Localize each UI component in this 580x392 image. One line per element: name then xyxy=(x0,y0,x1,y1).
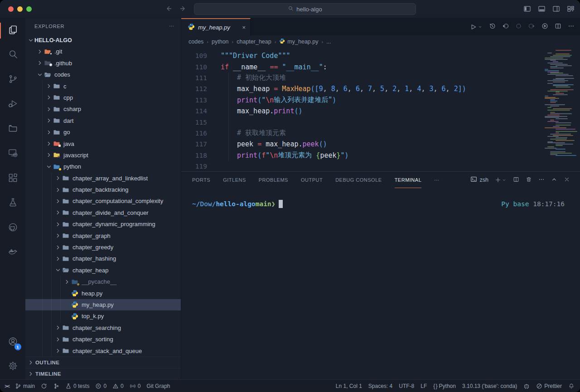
activity-remote-explorer[interactable] xyxy=(0,142,25,167)
split-terminal-button[interactable] xyxy=(513,176,519,184)
tree-item-chapter_dynamic_programming[interactable]: chapter_dynamic_programming xyxy=(25,218,181,230)
kill-terminal-button[interactable] xyxy=(526,176,532,184)
circle-dim-icon[interactable] xyxy=(515,23,522,31)
tab-my-heap[interactable]: my_heap.py × xyxy=(181,18,251,35)
status-item-copilot[interactable] xyxy=(523,383,530,389)
tree-item-__pycache__[interactable]: __pycache__ xyxy=(25,276,181,287)
status-item-branch[interactable]: main xyxy=(15,383,35,389)
maximize-panel-button[interactable] xyxy=(551,176,557,184)
status-item-feed[interactable]: 0 xyxy=(130,383,141,389)
new-terminal-button[interactable] xyxy=(495,177,507,183)
status-item-git-graph[interactable]: Git Graph xyxy=(146,383,170,389)
panel-tab-ports[interactable]: PORTS xyxy=(192,172,210,188)
breadcrumb-item[interactable]: my_heap.py xyxy=(279,38,318,45)
panel-more-actions-button[interactable] xyxy=(538,176,545,184)
zoom-window-button[interactable] xyxy=(26,6,32,12)
explorer-more-actions-button[interactable]: ⋯ xyxy=(169,23,174,29)
tree-item-chapter_computational_complexity[interactable]: chapter_computational_complexity xyxy=(25,195,181,207)
activity-settings[interactable] xyxy=(0,355,25,380)
close-tab-icon[interactable]: × xyxy=(242,24,246,31)
status-item-indentation[interactable]: Spaces: 4 xyxy=(368,383,392,389)
terminal[interactable]: ~/Dow/hello-algo main ❯Py base 18:17:16 xyxy=(181,188,580,379)
close-panel-button[interactable] xyxy=(564,176,570,184)
layout-sidebar-left-icon[interactable] xyxy=(523,5,531,15)
panel-tab-problems[interactable]: PROBLEMS xyxy=(259,172,288,188)
layout-panel-icon[interactable] xyxy=(538,5,546,15)
panel-tab-terminal[interactable]: TERMINAL xyxy=(395,172,422,188)
tree-item-chapter_heap[interactable]: chapter_heap xyxy=(25,265,181,276)
breadcrumb-item[interactable]: codes xyxy=(188,39,203,45)
tree-item-csharp[interactable]: csharp xyxy=(25,103,181,115)
tree-item-heap.py[interactable]: heap.py xyxy=(25,287,181,299)
breadcrumb-item[interactable]: chapter_heap xyxy=(237,39,271,45)
panel-more-tabs-button[interactable]: ⋯ xyxy=(434,177,440,183)
tree-item-python[interactable]: python xyxy=(25,161,181,172)
sidebar-section-timeline[interactable]: TIMELINE xyxy=(25,368,181,379)
ellipsis-icon[interactable] xyxy=(568,23,575,31)
breadcrumb-item[interactable]: python xyxy=(212,39,229,45)
activity-github[interactable] xyxy=(0,216,25,241)
status-item-python-interpreter[interactable]: 3.10.13 ('base': conda) xyxy=(462,383,517,389)
tree-item-javascript[interactable]: JSjavascript xyxy=(25,150,181,161)
tree-item-java[interactable]: java xyxy=(25,138,181,149)
activity-project-manager[interactable] xyxy=(0,117,25,142)
panel-tab-gitlens[interactable]: GITLENS xyxy=(223,172,246,188)
tree-item-my_heap.py[interactable]: my_heap.py xyxy=(25,299,181,310)
run-python-file-button[interactable] xyxy=(470,24,483,30)
status-item-cursor-position[interactable]: Ln 1, Col 1 xyxy=(336,383,362,389)
status-item-sync[interactable] xyxy=(41,383,47,389)
minimize-window-button[interactable] xyxy=(17,6,23,12)
tree-item-go[interactable]: go xyxy=(25,126,181,138)
activity-accounts[interactable]: 1 xyxy=(0,330,25,355)
terminal-instance[interactable]: zsh xyxy=(470,176,488,184)
activity-extensions[interactable] xyxy=(0,166,25,191)
tree-item-codes[interactable]: codes xyxy=(25,69,181,80)
status-item-eol[interactable]: LF xyxy=(420,383,427,389)
status-item-notifications[interactable] xyxy=(568,383,575,389)
tree-item-.github[interactable]: .github xyxy=(25,58,181,69)
circle-right-icon[interactable] xyxy=(528,23,535,31)
activity-search[interactable] xyxy=(0,43,25,68)
tree-item-HELLO-ALGO[interactable]: HELLO-ALGO xyxy=(25,34,181,46)
back-icon[interactable] xyxy=(165,5,172,14)
tree-item-chapter_stack_and_queue[interactable]: chapter_stack_and_queue xyxy=(25,345,181,356)
activity-testing[interactable] xyxy=(0,191,25,216)
status-item-tests[interactable]: 0 tests xyxy=(65,383,89,389)
sidebar-section-outline[interactable]: OUTLINE xyxy=(25,357,181,368)
tree-item-cpp[interactable]: cpp xyxy=(25,92,181,103)
breadcrumb-item[interactable]: ... xyxy=(326,39,331,45)
status-item-prettier[interactable]: Prettier xyxy=(536,383,562,389)
split-icon[interactable] xyxy=(555,23,561,31)
tree-item-.git[interactable]: .git xyxy=(25,46,181,57)
tree-item-chapter_hashing[interactable]: chapter_hashing xyxy=(25,253,181,264)
panel-tab-output[interactable]: OUTPUT xyxy=(301,172,323,188)
layout-customize-icon[interactable] xyxy=(567,5,575,15)
tree-item-chapter_searching[interactable]: chapter_searching xyxy=(25,322,181,334)
close-window-button[interactable] xyxy=(8,6,14,12)
status-item-encoding[interactable]: UTF-8 xyxy=(399,383,414,389)
code-editor[interactable]: 109"""Driver Code"""110if __name__ == "_… xyxy=(181,48,580,171)
activity-run-debug[interactable] xyxy=(0,92,25,117)
tree-item-chapter_sorting[interactable]: chapter_sorting xyxy=(25,334,181,345)
command-center-search[interactable]: hello-algo xyxy=(194,3,416,15)
panel-tab-debug-console[interactable]: DEBUG CONSOLE xyxy=(335,172,382,188)
layout-sidebar-right-icon[interactable] xyxy=(552,5,560,15)
run-below-icon[interactable] xyxy=(541,23,548,31)
activity-source-control[interactable] xyxy=(0,68,25,92)
history-icon[interactable] xyxy=(489,23,496,31)
tree-item-dart[interactable]: dart xyxy=(25,115,181,126)
circle-left-icon[interactable] xyxy=(502,23,509,31)
tree-item-chapter_backtracking[interactable]: chapter_backtracking xyxy=(25,184,181,195)
status-item-errors[interactable]: 0 xyxy=(95,383,106,389)
activity-docker[interactable] xyxy=(0,241,25,266)
status-item-warnings[interactable]: 0 xyxy=(112,383,124,389)
tree-item-chapter_array_and_linkedlist[interactable]: chapter_array_and_linkedlist xyxy=(25,173,181,184)
tree-item-chapter_divide_and_conquer[interactable]: chapter_divide_and_conquer xyxy=(25,207,181,218)
forward-icon[interactable] xyxy=(179,5,187,14)
activity-explorer[interactable] xyxy=(0,18,25,43)
status-item-language-mode[interactable]: { }Python xyxy=(433,383,456,389)
tree-item-top_k.py[interactable]: top_k.py xyxy=(25,310,181,322)
tree-item-c[interactable]: c xyxy=(25,80,181,92)
tree-item-chapter_graph[interactable]: chapter_graph xyxy=(25,230,181,241)
status-item-git-graph-view[interactable] xyxy=(53,383,59,389)
